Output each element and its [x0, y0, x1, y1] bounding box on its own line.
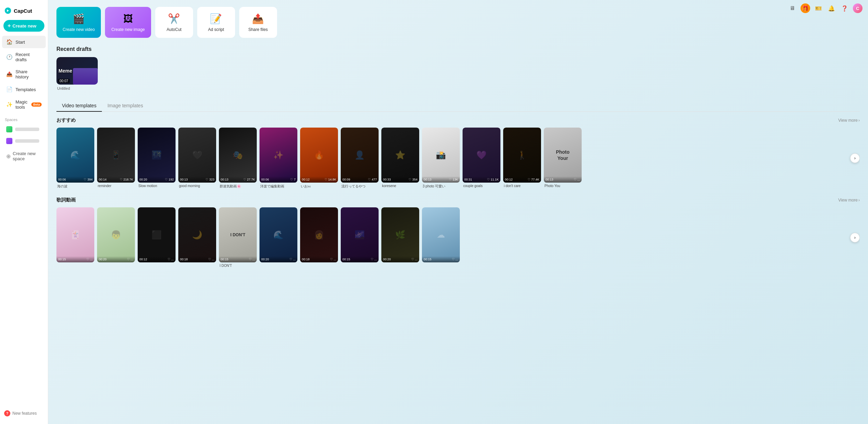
- template-card-photo-you[interactable]: PhotoYour 00:13 ♡ ... Photo You: [544, 128, 582, 189]
- template-card-slow-motion[interactable]: 🌃 00:20 ♡ 192 Slow motion: [138, 128, 176, 189]
- template-card-couple2[interactable]: 🌙 00:18 ♡ ...: [178, 207, 216, 268]
- recommended-scroll-button[interactable]: ›: [850, 153, 860, 163]
- template-thumb-youga: ✨ 00:06 ♡ 7: [260, 128, 297, 183]
- tab-video-templates[interactable]: Video templates: [56, 100, 102, 112]
- template-thumb-cards: 🃏 00:15 ♡ ...: [56, 207, 94, 262]
- template-card-black[interactable]: ⬛ 00:12 ♡ ...: [138, 207, 176, 268]
- create-new-button[interactable]: + Create new: [3, 20, 44, 32]
- lyrics-section: 歌詞動画 View more › 🃏 00:15 ♡ ... 👦: [56, 197, 860, 268]
- sidebar-item-recent-drafts[interactable]: 🕐 Recent drafts: [2, 49, 46, 65]
- template-thumb-sea: 🌊 00:20 ♡ ...: [260, 207, 297, 262]
- create-video-icon: 🎬: [73, 13, 85, 24]
- autocut-card[interactable]: ✂️ AutoCut: [155, 7, 193, 38]
- monitor-icon[interactable]: 🖥: [787, 3, 797, 13]
- sidebar-item-templates[interactable]: 📄 Templates: [2, 83, 46, 96]
- lyrics-scroll-button[interactable]: ›: [850, 233, 860, 242]
- template-card-good-morning[interactable]: 🖤 00:13 ♡ 323 good morning: [178, 128, 216, 189]
- template-card-girl3[interactable]: 🌿 00:20 ♡ ...: [381, 207, 419, 268]
- quick-actions: 🎬 Create new video 🖼 Create new image ✂️…: [56, 7, 860, 38]
- draft-thumb-1: Meme 00:07: [56, 57, 98, 85]
- template-tabs: Video templates Image templates: [56, 100, 860, 112]
- space-name-1: [15, 128, 39, 131]
- lyrics-view-more[interactable]: View more ›: [838, 198, 860, 203]
- main-content: 🎬 Create new video 🖼 Create new image ✂️…: [48, 0, 868, 424]
- recommended-view-more[interactable]: View more ›: [838, 118, 860, 123]
- template-thumb-3photo: 📸 00:13 ♡ 13K: [422, 128, 460, 183]
- sidebar-item-start[interactable]: 🏠 Start: [2, 36, 46, 48]
- template-icon: 📄: [6, 86, 13, 93]
- lyrics-title: 歌詞動画: [56, 197, 76, 203]
- template-card-cards[interactable]: 🃏 00:15 ♡ ...: [56, 207, 94, 268]
- template-card-trend[interactable]: 👤 00:09 ♡ 477 流行ってるやつ: [341, 128, 379, 189]
- template-thumb-sky: ☁ 00:15 ♡ ...: [422, 207, 460, 262]
- template-thumb-girl3: 🌿 00:20 ♡ ...: [381, 207, 419, 262]
- sidebar-item-magic-tools[interactable]: ✨ Magic tools Beta: [2, 96, 46, 113]
- recommended-section: おすすめ View more › 🌊 00:06 ♡ 394 海の波: [56, 117, 860, 189]
- create-image-card[interactable]: 🖼 Create new image: [105, 7, 151, 38]
- template-card-couple[interactable]: 💜 00:31 ♡ 11.1K couple goals: [463, 128, 500, 189]
- sidebar-item-share-history[interactable]: 📤 Share history: [2, 66, 46, 83]
- template-thumb-slow-motion: 🌃 00:20 ♡ 192: [138, 128, 176, 183]
- create-new-space-button[interactable]: ⊕ Create new space: [2, 149, 46, 164]
- sidebar-item-templates-label: Templates: [15, 87, 36, 92]
- ad-script-label: Ad script: [208, 27, 224, 32]
- template-name-reminder: reminder: [97, 184, 135, 188]
- create-video-card[interactable]: 🎬 Create new video: [56, 7, 101, 38]
- drafts-row: Meme 00:07 Untitled: [56, 57, 860, 90]
- chevron-right-icon-lyrics: ›: [858, 198, 860, 203]
- draft-duration-1: 00:07: [58, 79, 70, 83]
- ad-script-card[interactable]: 📝 Ad script: [197, 7, 235, 38]
- notification-icon[interactable]: 🔔: [827, 3, 836, 13]
- template-name-3photo: 3 photo 可愛い: [422, 184, 460, 189]
- template-thumb-girl2: 👩 00:18 ♡ ...: [300, 207, 338, 262]
- beta-badge: Beta: [31, 102, 42, 107]
- create-new-label: Create new: [12, 23, 36, 29]
- draft-card-1[interactable]: Meme 00:07 Untitled: [56, 57, 98, 90]
- template-thumb-idc2: I DON'T 00:15 ♡ ...: [219, 207, 257, 262]
- template-card-youga[interactable]: ✨ 00:06 ♡ 7 洋楽で編集動画: [260, 128, 297, 189]
- template-name-idc2: I DON'T: [219, 264, 257, 268]
- template-card-gradient2[interactable]: 🌌 00:15 ♡ ...: [341, 207, 379, 268]
- template-name-idc: i don't care: [503, 184, 541, 188]
- space-item-2[interactable]: [2, 135, 46, 146]
- sidebar-item-recent-drafts-label: Recent drafts: [15, 52, 42, 62]
- template-thumb-boy: 👦 00:20 ♡ ...: [97, 207, 135, 262]
- sidebar-item-start-label: Start: [15, 40, 25, 45]
- ticket-icon[interactable]: 🎫: [814, 3, 823, 13]
- template-card-idc[interactable]: 🚶 00:12 ♡ 77.4K i don't care: [503, 128, 541, 189]
- template-card-3photo[interactable]: 📸 00:13 ♡ 13K 3 photo 可愛い: [422, 128, 460, 189]
- share-files-card[interactable]: 📤 Share files: [239, 7, 277, 38]
- template-card-ion[interactable]: 🔥 00:12 ♡ 14.8K いお𝔫𝔢: [300, 128, 338, 189]
- template-name-youga: 洋楽で編集動画: [260, 184, 297, 189]
- template-card-sky[interactable]: ☁ 00:15 ♡ ...: [422, 207, 460, 268]
- template-name-good-morning: good morning: [178, 184, 216, 188]
- template-card-koresene[interactable]: ⭐ 00:33 ♡ 354 koresene: [381, 128, 419, 189]
- template-card-anime[interactable]: 🎭 00:13 ♡ 27.7K 群迷気動画🌸: [219, 128, 257, 189]
- template-card-girl2[interactable]: 👩 00:18 ♡ ...: [300, 207, 338, 268]
- user-avatar[interactable]: C: [853, 3, 862, 13]
- template-card-sea[interactable]: 🌊 00:20 ♡ ...: [260, 207, 297, 268]
- tab-image-templates[interactable]: Image templates: [102, 100, 149, 112]
- home-icon: 🏠: [6, 39, 13, 45]
- template-name-slow-motion: Slow motion: [138, 184, 176, 188]
- gift-icon[interactable]: 🎁: [801, 3, 810, 13]
- space-item-1[interactable]: [2, 124, 46, 135]
- help-icon[interactable]: ❓: [840, 3, 849, 13]
- lyrics-template-row: 🃏 00:15 ♡ ... 👦 00:20 ♡ ...: [56, 207, 860, 268]
- template-card-ocean[interactable]: 🌊 00:06 ♡ 394 海の波: [56, 128, 94, 189]
- template-name-couple: couple goals: [463, 184, 500, 188]
- template-card-reminder[interactable]: 📱 00:14 ♡ 218.7K reminder: [97, 128, 135, 189]
- logo: CapCut: [0, 4, 48, 20]
- template-name-ocean: 海の波: [56, 184, 94, 189]
- recommended-header: おすすめ View more ›: [56, 117, 860, 123]
- create-video-label: Create new video: [63, 27, 95, 32]
- plus-space-icon: ⊕: [6, 153, 11, 160]
- new-features-badge: ?: [4, 410, 10, 416]
- clock-icon: 🕐: [6, 54, 13, 60]
- new-features-label: New features: [12, 411, 37, 416]
- template-card-idc2[interactable]: I DON'T 00:15 ♡ ... I DON'T: [219, 207, 257, 268]
- template-thumb-reminder: 📱 00:14 ♡ 218.7K: [97, 128, 135, 183]
- space-name-2: [15, 139, 39, 143]
- template-card-boy[interactable]: 👦 00:20 ♡ ...: [97, 207, 135, 268]
- lyrics-header: 歌詞動画 View more ›: [56, 197, 860, 203]
